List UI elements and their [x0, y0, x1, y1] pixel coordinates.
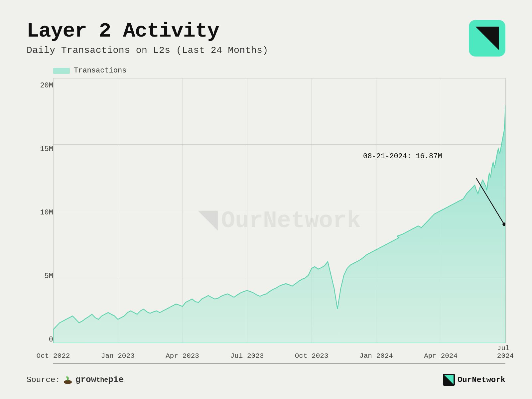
y-label-15m: 15M: [40, 145, 53, 153]
x-label-jan2023: Jan 2023: [101, 352, 135, 360]
header: Layer 2 Activity Daily Transactions on L…: [27, 20, 505, 57]
v-grid-7: [505, 78, 506, 343]
x-label-jul2023: Jul 2023: [230, 352, 264, 360]
annotation-text: 08-21-2024: 16.87M: [363, 152, 442, 161]
x-label-apr2023: Apr 2023: [166, 352, 199, 360]
footer: Source: growthepie OurNetwork: [27, 370, 505, 386]
chart-inner: OurNetwork 08-21-2024:: [53, 78, 505, 364]
chart-wrapper: 20M 15M 10M 5M 0: [27, 78, 505, 364]
growthepie-name: growthepie: [75, 375, 124, 385]
page-container: Layer 2 Activity Daily Transactions on L…: [0, 0, 532, 399]
legend: Transactions: [53, 66, 505, 75]
y-label-20m: 20M: [40, 81, 53, 90]
source-text: Source: growthepie: [27, 375, 124, 385]
y-axis: 20M 15M 10M 5M 0: [27, 78, 53, 364]
x-label-apr2024: Apr 2024: [424, 352, 458, 360]
main-title: Layer 2 Activity: [27, 20, 268, 43]
ournetwork-logo-icon: [475, 27, 499, 50]
logo-box: [469, 20, 505, 57]
x-label-jan2024: Jan 2024: [359, 352, 393, 360]
x-axis: Oct 2022 Jan 2023 Apr 2023 Jul 2023 Oct …: [53, 343, 505, 363]
footer-ournetwork-icon: [444, 375, 454, 384]
x-label-jul2024: Jul 2024: [497, 344, 514, 360]
subtitle: Daily Transactions on L2s (Last 24 Month…: [27, 45, 268, 56]
chart-svg: [53, 78, 505, 343]
chart-area: Transactions 20M 15M 10M 5M 0: [27, 66, 505, 364]
x-label-oct2022: Oct 2022: [37, 352, 70, 360]
footer-logo-icon: [443, 374, 455, 386]
y-label-5m: 5M: [45, 272, 53, 280]
y-label-0: 0: [49, 335, 53, 344]
footer-logo-name: OurNetwork: [458, 375, 505, 384]
svg-marker-0: [475, 27, 499, 50]
legend-swatch: [53, 68, 70, 74]
source-label: Source:: [27, 375, 60, 384]
y-label-10m: 10M: [40, 208, 53, 217]
growthepie-icon: [63, 375, 73, 385]
x-label-oct2023: Oct 2023: [295, 352, 329, 360]
svg-marker-5: [444, 375, 454, 384]
legend-label: Transactions: [74, 66, 126, 75]
footer-logo: OurNetwork: [443, 374, 505, 386]
title-block: Layer 2 Activity Daily Transactions on L…: [27, 20, 268, 56]
